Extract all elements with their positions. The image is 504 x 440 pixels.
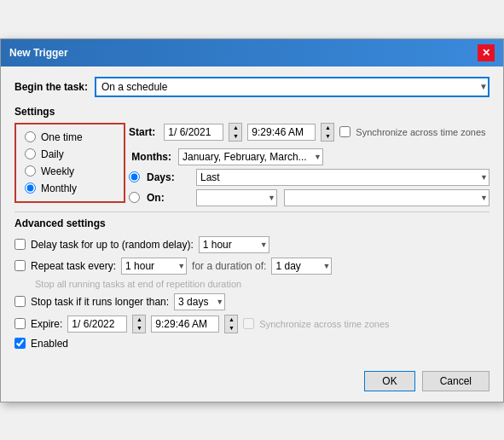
time-spin-up[interactable]: ▲ xyxy=(322,124,333,132)
expire-checkbox[interactable] xyxy=(14,318,26,329)
stop-longer-dropdown-wrapper: 3 days 1 day ▼ xyxy=(174,293,225,310)
delay-dropdown-wrapper: 1 hour 30 minutes ▼ xyxy=(199,236,269,253)
dialog-footer: OK Cancel xyxy=(1,364,503,402)
ok-button[interactable]: OK xyxy=(364,371,414,391)
months-dropdown[interactable]: January, February, March... xyxy=(178,148,323,165)
close-button[interactable]: ✕ xyxy=(478,44,495,61)
enabled-checkbox[interactable] xyxy=(14,338,26,349)
expire-sync-checkbox[interactable] xyxy=(243,318,254,329)
on-dropdown1-wrapper: ▼ xyxy=(196,189,277,206)
begin-task-row: Begin the task: On a schedule ▼ xyxy=(14,77,490,97)
left-panel: One time Daily Weekly Monthly xyxy=(14,123,125,211)
radio-one-time[interactable]: One time xyxy=(25,131,115,143)
expire-label: Expire: xyxy=(31,318,62,330)
repeat-task-checkbox[interactable] xyxy=(14,260,26,271)
begin-task-label: Begin the task: xyxy=(14,81,88,93)
radio-daily-label[interactable]: Daily xyxy=(41,148,64,160)
date-spin-group: ▲ ▼ xyxy=(229,123,242,142)
days-dropdown[interactable]: Last xyxy=(196,169,490,186)
date-spin-up[interactable]: ▲ xyxy=(229,124,241,132)
title-bar: New Trigger ✕ xyxy=(1,39,503,67)
settings-section-label: Settings xyxy=(14,106,490,118)
duration-label: for a duration of: xyxy=(192,260,266,272)
repeat-task-label: Repeat task every: xyxy=(31,260,116,272)
repeat-dropdown[interactable]: 1 hour 5 minutes xyxy=(121,258,187,275)
stop-running-label: Stop all running tasks at end of repetit… xyxy=(35,279,241,289)
radio-weekly-label[interactable]: Weekly xyxy=(41,165,74,177)
expire-time-spin-down[interactable]: ▼ xyxy=(225,324,237,333)
sync-timezone-label: Synchronize across time zones xyxy=(356,127,485,137)
main-rows: One time Daily Weekly Monthly xyxy=(14,123,490,211)
stop-longer-checkbox[interactable] xyxy=(14,296,26,307)
radio-daily[interactable]: Daily xyxy=(25,148,115,160)
months-dropdown-wrapper: January, February, March... ▼ xyxy=(178,148,323,165)
expire-date-spin-up[interactable]: ▲ xyxy=(133,316,145,324)
days-dropdown-wrapper: Last ▼ xyxy=(196,169,490,186)
expire-time-spin-up[interactable]: ▲ xyxy=(225,316,237,324)
begin-task-dropdown[interactable]: On a schedule xyxy=(95,77,490,97)
radio-monthly[interactable]: Monthly xyxy=(25,182,115,194)
stop-longer-dropdown[interactable]: 3 days 1 day xyxy=(174,293,225,310)
months-label: Months: xyxy=(129,151,171,163)
radio-monthly-label[interactable]: Monthly xyxy=(41,182,77,194)
delay-task-label: Delay task for up to (random delay): xyxy=(31,239,194,251)
on-radio[interactable] xyxy=(129,192,140,203)
days-radio[interactable] xyxy=(129,171,140,182)
repeat-dropdown-wrapper: 1 hour 5 minutes ▼ xyxy=(121,258,187,275)
start-label: Start: xyxy=(129,126,155,138)
sync-timezone-checkbox[interactable] xyxy=(339,126,350,137)
time-spin-group: ▲ ▼ xyxy=(321,123,334,142)
dialog-title: New Trigger xyxy=(9,47,68,59)
on-dropdown1[interactable] xyxy=(196,189,277,206)
schedule-type-group: One time Daily Weekly Monthly xyxy=(14,123,125,203)
radio-weekly[interactable]: Weekly xyxy=(25,165,115,177)
delay-task-row: Delay task for up to (random delay): 1 h… xyxy=(14,236,490,253)
begin-task-dropdown-wrapper: On a schedule ▼ xyxy=(95,77,490,97)
on-dropdown2[interactable] xyxy=(284,189,490,206)
time-spin-down[interactable]: ▼ xyxy=(322,132,333,141)
months-row: Months: January, February, March... ▼ xyxy=(125,148,490,165)
delay-dropdown[interactable]: 1 hour 30 minutes xyxy=(199,236,269,253)
duration-dropdown[interactable]: 1 day 12 hours xyxy=(271,258,332,275)
start-date-input[interactable] xyxy=(164,124,223,141)
repeat-task-row: Repeat task every: 1 hour 5 minutes ▼ fo… xyxy=(14,258,490,275)
stop-running-row: Stop all running tasks at end of repetit… xyxy=(14,279,490,289)
start-row: Start: ▲ ▼ ▲ ▼ Synchronize across time z… xyxy=(125,123,490,142)
dialog-body: Begin the task: On a schedule ▼ Settings… xyxy=(1,67,503,364)
expire-date-input[interactable] xyxy=(67,316,127,333)
stop-longer-label: Stop task if it runs longer than: xyxy=(31,296,169,308)
days-label: Days: xyxy=(147,171,189,183)
stop-longer-row: Stop task if it runs longer than: 3 days… xyxy=(14,293,490,310)
delay-task-checkbox[interactable] xyxy=(14,239,26,250)
enabled-label: Enabled xyxy=(31,338,68,350)
duration-dropdown-wrapper: 1 day 12 hours ▼ xyxy=(271,258,332,275)
radio-one-time-label[interactable]: One time xyxy=(41,131,83,143)
expire-date-spin: ▲ ▼ xyxy=(132,315,146,333)
start-time-input[interactable] xyxy=(247,124,316,141)
on-label: On: xyxy=(147,192,189,204)
expire-row: Expire: ▲ ▼ ▲ ▼ Synchronize across time … xyxy=(14,315,490,333)
date-spin-down[interactable]: ▼ xyxy=(229,132,241,141)
cancel-button[interactable]: Cancel xyxy=(422,371,490,391)
expire-time-spin: ▲ ▼ xyxy=(224,315,238,333)
expire-sync-label: Synchronize across time zones xyxy=(259,319,389,329)
right-panel: Start: ▲ ▼ ▲ ▼ Synchronize across time z… xyxy=(125,123,490,211)
enabled-row: Enabled xyxy=(14,338,490,350)
dialog: New Trigger ✕ Begin the task: On a sched… xyxy=(0,38,504,402)
advanced-settings-label: Advanced settings xyxy=(14,211,490,229)
on-row: On: ▼ ▼ xyxy=(125,189,490,206)
days-row: Days: Last ▼ xyxy=(125,169,490,186)
expire-date-spin-down[interactable]: ▼ xyxy=(133,324,145,333)
expire-time-input[interactable] xyxy=(151,316,219,333)
on-dropdown2-wrapper: ▼ xyxy=(284,189,490,206)
